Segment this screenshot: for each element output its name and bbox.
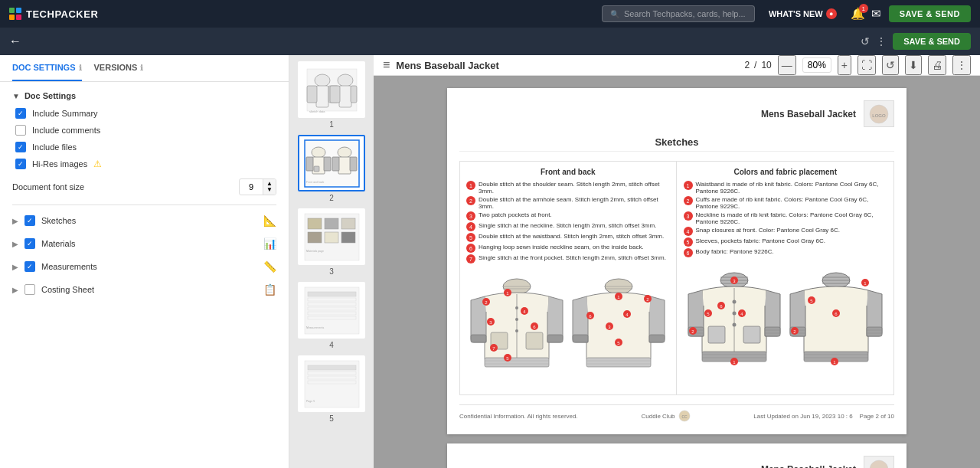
font-size-down[interactable]: ▼	[266, 187, 273, 193]
jacket-back-svg: 1 4 3 6 5 2	[571, 270, 667, 388]
notification-badge: 1	[859, 4, 868, 13]
page-header-3: Mens Baseball Jacket LOGO	[459, 456, 894, 468]
font-size-value[interactable]	[240, 181, 263, 193]
thumb-img-5[interactable]: Page 5	[298, 355, 365, 412]
zoom-out-button[interactable]: —	[778, 55, 796, 75]
whats-new-button[interactable]: WHAT'S NEW ●	[763, 5, 843, 22]
measurements-checkbox[interactable]	[24, 261, 35, 272]
jacket-front-svg: 1 2 4 7 5 3	[469, 270, 565, 388]
logo-dot-2	[16, 8, 21, 13]
thumbnail-2[interactable]: Front and back 2	[298, 135, 365, 202]
thumbnail-4[interactable]: Measurements 4	[298, 282, 365, 349]
include-comments-row: Include comments	[12, 125, 276, 136]
search-icon: 🔍	[610, 10, 619, 18]
svg-rect-30	[308, 292, 356, 296]
annot-left-5: 5 Double stitch at the waistband. Stitch…	[466, 233, 670, 242]
search-box[interactable]: 🔍 Search Techpacks, cards, help...	[602, 5, 755, 22]
more-options-icon[interactable]: ⋮	[876, 35, 887, 47]
annot-num-4: 4	[466, 222, 475, 231]
annot-rnum-1: 1	[684, 181, 693, 190]
colors-title: Colors and fabric placement	[684, 168, 888, 176]
svg-point-58	[515, 329, 518, 332]
tab-doc-settings[interactable]: DOC SETTINGS ℹ	[12, 55, 82, 81]
viewer-menu-icon[interactable]: ≡	[383, 58, 390, 72]
footer-brand: Cuddle Club CC	[642, 410, 691, 422]
whats-new-label: WHAT'S NEW	[769, 9, 823, 18]
svg-rect-27	[341, 232, 355, 243]
left-panel: DOC SETTINGS ℹ VERSIONS ℹ ▼ Doc Settings…	[0, 55, 289, 468]
viewer-doc-title: Mens Baseball Jacket	[396, 60, 498, 71]
font-size-input[interactable]: ▲ ▼	[239, 178, 276, 195]
jacket-color-front-svg: 1 2 3 4 5 6	[687, 263, 782, 382]
svg-point-16	[338, 147, 351, 158]
annot-right-2: 2 Cuffs are made of rib knit fabric. Col…	[684, 196, 888, 210]
annot-right-3: 3 Neckline is made of rib knit fabric. C…	[684, 211, 888, 225]
tab-versions[interactable]: VERSIONS ℹ	[94, 55, 144, 81]
zoom-in-button[interactable]: +	[838, 55, 851, 75]
annot-num-1: 1	[466, 181, 475, 190]
svg-text:Front and back: Front and back	[306, 181, 325, 184]
toolbar2: ← ↺ ⋮ SAVE & SEND	[0, 28, 980, 55]
thumb-img-3[interactable]: Materials page	[298, 208, 365, 265]
jackets-color-row: 1 2 3 4 5 6	[684, 263, 888, 382]
svg-rect-8	[351, 86, 357, 103]
back-button[interactable]: ←	[9, 34, 21, 48]
include-summary-row: Include Summary	[12, 108, 276, 119]
thumbnail-5[interactable]: Page 5 5	[298, 355, 365, 423]
footer-right-info: Last Updated on Jun 19, 2023 10 : 6 Page…	[753, 413, 894, 420]
fit-page-button[interactable]: ⛶	[858, 55, 876, 75]
hi-res-checkbox[interactable]	[15, 159, 26, 169]
thumbnail-3[interactable]: Materials page 3	[298, 208, 365, 276]
main-layout: DOC SETTINGS ℹ VERSIONS ℹ ▼ Doc Settings…	[0, 55, 980, 468]
thumb-sketch-2: Front and back	[303, 139, 361, 188]
thumb-img-1[interactable]: sketch data	[298, 61, 365, 118]
section-costing-sheet[interactable]: ▶ Costing Sheet 📋	[12, 280, 276, 299]
left-content: ▼ Doc Settings Include Summary Include c…	[0, 82, 289, 468]
logo-dot-4	[16, 15, 21, 20]
thumbnail-1[interactable]: sketch data 1	[298, 61, 365, 129]
svg-rect-23	[325, 218, 338, 229]
viewer-more-button[interactable]: ⋮	[952, 55, 971, 75]
costing-checkbox[interactable]	[24, 284, 35, 295]
include-summary-checkbox[interactable]	[15, 108, 26, 119]
viewer: ≡ Mens Baseball Jacket 2 / 10 — 80% + ⛶ …	[374, 55, 980, 468]
thumb-label-2: 2	[329, 194, 334, 202]
annot-num-7: 7	[466, 254, 475, 263]
page-card-2: Mens Baseball Jacket LOGO Sketches Front…	[447, 88, 906, 434]
search-placeholder: Search Techpacks, cards, help...	[624, 9, 746, 18]
section-materials[interactable]: ▶ Materials 📊	[12, 234, 276, 253]
svg-rect-13	[306, 157, 313, 171]
svg-rect-76	[573, 335, 588, 342]
section-measurements[interactable]: ▶ Measurements 📏	[12, 257, 276, 276]
svg-rect-6	[339, 86, 351, 107]
refresh-icon[interactable]: ↺	[861, 35, 870, 47]
doc-settings-header[interactable]: ▼ Doc Settings	[12, 91, 276, 100]
annot-right-1: 1 Waistband is made of rib knit fabric. …	[684, 181, 888, 195]
sketches-checkbox[interactable]	[24, 215, 35, 226]
save-send-button[interactable]: SAVE & SEND	[889, 5, 971, 22]
page-nav: 2 / 10	[744, 60, 771, 70]
doc-settings-info-icon: ℹ	[79, 64, 82, 72]
include-files-checkbox[interactable]	[15, 142, 26, 152]
thumb-img-2[interactable]: Front and back	[298, 135, 365, 191]
include-summary-label: Include Summary	[32, 109, 98, 118]
envelope-icon[interactable]: ✉	[871, 7, 881, 21]
print-button[interactable]: 🖨	[928, 55, 946, 75]
thumb-img-4[interactable]: Measurements	[298, 282, 365, 339]
section-sketches[interactable]: ▶ Sketches 📐	[12, 211, 276, 230]
download-button[interactable]: ⬇	[905, 55, 922, 75]
materials-checkbox[interactable]	[24, 238, 35, 249]
include-comments-checkbox[interactable]	[15, 125, 26, 136]
svg-rect-19	[350, 157, 357, 171]
annot-num-3: 3	[466, 211, 475, 221]
svg-text:Materials page: Materials page	[306, 250, 324, 253]
svg-rect-22	[308, 218, 322, 229]
rotate-button[interactable]: ↺	[882, 55, 899, 75]
svg-rect-24	[341, 218, 355, 229]
save-send-button-2[interactable]: SAVE & SEND	[893, 33, 971, 50]
divider-1	[12, 205, 276, 205]
font-size-arrows[interactable]: ▲ ▼	[263, 179, 276, 195]
jacket-color-back-svg: 1 2 1 6 5	[789, 263, 884, 382]
notification-icon[interactable]: 🔔 1	[851, 7, 865, 21]
include-files-label: Include files	[32, 142, 77, 152]
